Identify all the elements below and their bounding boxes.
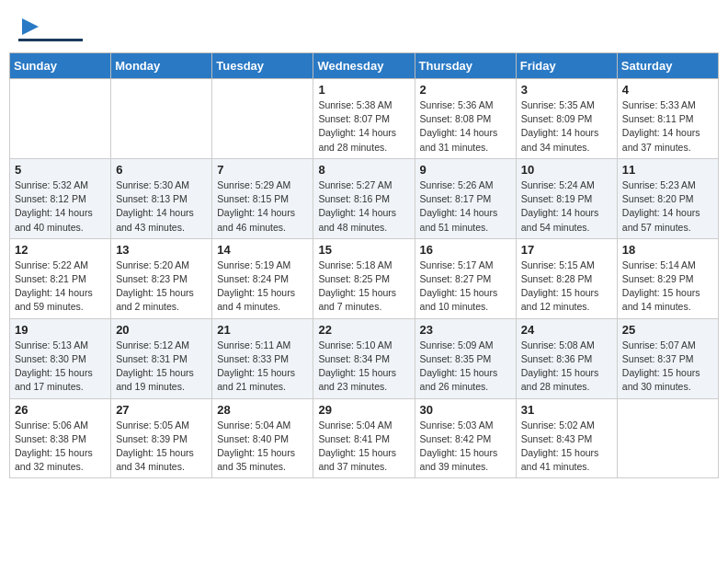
- logo-icon: [20, 17, 40, 37]
- calendar-week-row: 1Sunrise: 5:38 AM Sunset: 8:07 PM Daylig…: [10, 79, 719, 159]
- calendar-week-row: 12Sunrise: 5:22 AM Sunset: 8:21 PM Dayli…: [10, 238, 719, 318]
- day-number: 18: [622, 243, 713, 257]
- calendar-cell: 22Sunrise: 5:10 AM Sunset: 8:34 PM Dayli…: [313, 318, 415, 398]
- day-detail: Sunrise: 5:11 AM Sunset: 8:33 PM Dayligh…: [217, 339, 308, 395]
- calendar-cell: 2Sunrise: 5:36 AM Sunset: 8:08 PM Daylig…: [415, 79, 516, 159]
- day-detail: Sunrise: 5:10 AM Sunset: 8:34 PM Dayligh…: [318, 339, 409, 395]
- day-number: 20: [116, 323, 207, 337]
- day-detail: Sunrise: 5:07 AM Sunset: 8:37 PM Dayligh…: [622, 339, 713, 395]
- calendar-table: SundayMondayTuesdayWednesdayThursdayFrid…: [9, 52, 719, 478]
- day-number: 13: [116, 243, 207, 257]
- calendar-cell: 12Sunrise: 5:22 AM Sunset: 8:21 PM Dayli…: [10, 238, 111, 318]
- weekday-header: Thursday: [415, 53, 516, 79]
- day-number: 24: [521, 323, 612, 337]
- day-number: 14: [217, 243, 308, 257]
- day-number: 31: [521, 403, 612, 417]
- calendar-cell: [212, 79, 313, 159]
- calendar-cell: 25Sunrise: 5:07 AM Sunset: 8:37 PM Dayli…: [617, 318, 718, 398]
- calendar-cell: 15Sunrise: 5:18 AM Sunset: 8:25 PM Dayli…: [313, 238, 415, 318]
- day-detail: Sunrise: 5:08 AM Sunset: 8:36 PM Dayligh…: [521, 339, 612, 395]
- day-detail: Sunrise: 5:03 AM Sunset: 8:42 PM Dayligh…: [420, 419, 511, 475]
- calendar-cell: 7Sunrise: 5:29 AM Sunset: 8:15 PM Daylig…: [212, 158, 313, 238]
- day-number: 17: [521, 243, 612, 257]
- day-number: 22: [318, 323, 409, 337]
- calendar-cell: 5Sunrise: 5:32 AM Sunset: 8:12 PM Daylig…: [10, 158, 111, 238]
- calendar-cell: 6Sunrise: 5:30 AM Sunset: 8:13 PM Daylig…: [111, 158, 212, 238]
- weekday-header-row: SundayMondayTuesdayWednesdayThursdayFrid…: [10, 53, 719, 79]
- day-detail: Sunrise: 5:29 AM Sunset: 8:15 PM Dayligh…: [217, 178, 308, 235]
- day-detail: Sunrise: 5:32 AM Sunset: 8:12 PM Dayligh…: [15, 178, 106, 235]
- calendar-cell: 16Sunrise: 5:17 AM Sunset: 8:27 PM Dayli…: [415, 238, 516, 318]
- day-detail: Sunrise: 5:35 AM Sunset: 8:09 PM Dayligh…: [521, 98, 612, 155]
- day-detail: Sunrise: 5:18 AM Sunset: 8:25 PM Dayligh…: [318, 259, 409, 315]
- calendar-cell: 10Sunrise: 5:24 AM Sunset: 8:19 PM Dayli…: [516, 158, 617, 238]
- page-header: [9, 9, 719, 49]
- day-detail: Sunrise: 5:24 AM Sunset: 8:19 PM Dayligh…: [521, 178, 612, 235]
- day-number: 15: [318, 243, 409, 257]
- day-detail: Sunrise: 5:19 AM Sunset: 8:24 PM Dayligh…: [217, 259, 308, 315]
- day-number: 21: [217, 323, 308, 337]
- day-detail: Sunrise: 5:36 AM Sunset: 8:08 PM Dayligh…: [420, 98, 511, 155]
- weekday-header: Sunday: [10, 53, 111, 79]
- day-detail: Sunrise: 5:09 AM Sunset: 8:35 PM Dayligh…: [420, 339, 511, 395]
- calendar-cell: 1Sunrise: 5:38 AM Sunset: 8:07 PM Daylig…: [313, 79, 415, 159]
- calendar-cell: [617, 398, 718, 478]
- calendar-week-row: 5Sunrise: 5:32 AM Sunset: 8:12 PM Daylig…: [10, 158, 719, 238]
- day-number: 4: [622, 83, 713, 97]
- day-number: 3: [521, 83, 612, 97]
- day-number: 19: [15, 323, 106, 337]
- day-detail: Sunrise: 5:02 AM Sunset: 8:43 PM Dayligh…: [521, 419, 612, 475]
- calendar-cell: 17Sunrise: 5:15 AM Sunset: 8:28 PM Dayli…: [516, 238, 617, 318]
- day-detail: Sunrise: 5:04 AM Sunset: 8:40 PM Dayligh…: [217, 419, 308, 475]
- weekday-header: Monday: [111, 53, 212, 79]
- weekday-header: Saturday: [617, 53, 718, 79]
- calendar-cell: 13Sunrise: 5:20 AM Sunset: 8:23 PM Dayli…: [111, 238, 212, 318]
- day-number: 5: [15, 163, 106, 177]
- day-number: 27: [116, 403, 207, 417]
- day-number: 28: [217, 403, 308, 417]
- weekday-header: Tuesday: [212, 53, 313, 79]
- calendar-cell: 9Sunrise: 5:26 AM Sunset: 8:17 PM Daylig…: [415, 158, 516, 238]
- calendar-cell: 14Sunrise: 5:19 AM Sunset: 8:24 PM Dayli…: [212, 238, 313, 318]
- calendar-cell: 26Sunrise: 5:06 AM Sunset: 8:38 PM Dayli…: [10, 398, 111, 478]
- calendar-week-row: 19Sunrise: 5:13 AM Sunset: 8:30 PM Dayli…: [10, 318, 719, 398]
- day-number: 1: [318, 83, 409, 97]
- day-number: 26: [15, 403, 106, 417]
- calendar-cell: 18Sunrise: 5:14 AM Sunset: 8:29 PM Dayli…: [617, 238, 718, 318]
- logo-underline: [18, 39, 83, 41]
- logo: [18, 17, 83, 41]
- day-detail: Sunrise: 5:20 AM Sunset: 8:23 PM Dayligh…: [116, 259, 207, 315]
- day-number: 8: [318, 163, 409, 177]
- day-detail: Sunrise: 5:30 AM Sunset: 8:13 PM Dayligh…: [116, 178, 207, 235]
- day-detail: Sunrise: 5:13 AM Sunset: 8:30 PM Dayligh…: [15, 339, 106, 395]
- day-detail: Sunrise: 5:04 AM Sunset: 8:41 PM Dayligh…: [318, 419, 409, 475]
- calendar-cell: 3Sunrise: 5:35 AM Sunset: 8:09 PM Daylig…: [516, 79, 617, 159]
- calendar-cell: [10, 79, 111, 159]
- calendar-cell: 29Sunrise: 5:04 AM Sunset: 8:41 PM Dayli…: [313, 398, 415, 478]
- calendar-cell: 23Sunrise: 5:09 AM Sunset: 8:35 PM Dayli…: [415, 318, 516, 398]
- svg-marker-0: [22, 18, 39, 35]
- weekday-header: Friday: [516, 53, 617, 79]
- calendar-cell: 27Sunrise: 5:05 AM Sunset: 8:39 PM Dayli…: [111, 398, 212, 478]
- calendar-cell: 19Sunrise: 5:13 AM Sunset: 8:30 PM Dayli…: [10, 318, 111, 398]
- day-number: 16: [420, 243, 511, 257]
- calendar-cell: 8Sunrise: 5:27 AM Sunset: 8:16 PM Daylig…: [313, 158, 415, 238]
- day-detail: Sunrise: 5:06 AM Sunset: 8:38 PM Dayligh…: [15, 419, 106, 475]
- day-detail: Sunrise: 5:22 AM Sunset: 8:21 PM Dayligh…: [15, 259, 106, 315]
- day-detail: Sunrise: 5:15 AM Sunset: 8:28 PM Dayligh…: [521, 259, 612, 315]
- day-detail: Sunrise: 5:26 AM Sunset: 8:17 PM Dayligh…: [420, 178, 511, 235]
- calendar-cell: 21Sunrise: 5:11 AM Sunset: 8:33 PM Dayli…: [212, 318, 313, 398]
- day-detail: Sunrise: 5:12 AM Sunset: 8:31 PM Dayligh…: [116, 339, 207, 395]
- calendar-cell: 30Sunrise: 5:03 AM Sunset: 8:42 PM Dayli…: [415, 398, 516, 478]
- day-number: 10: [521, 163, 612, 177]
- day-number: 30: [420, 403, 511, 417]
- day-detail: Sunrise: 5:38 AM Sunset: 8:07 PM Dayligh…: [318, 98, 409, 155]
- calendar-cell: 4Sunrise: 5:33 AM Sunset: 8:11 PM Daylig…: [617, 79, 718, 159]
- day-number: 11: [622, 163, 713, 177]
- weekday-header: Wednesday: [313, 53, 415, 79]
- calendar-cell: 20Sunrise: 5:12 AM Sunset: 8:31 PM Dayli…: [111, 318, 212, 398]
- calendar-cell: 31Sunrise: 5:02 AM Sunset: 8:43 PM Dayli…: [516, 398, 617, 478]
- calendar-cell: [111, 79, 212, 159]
- day-detail: Sunrise: 5:17 AM Sunset: 8:27 PM Dayligh…: [420, 259, 511, 315]
- day-number: 29: [318, 403, 409, 417]
